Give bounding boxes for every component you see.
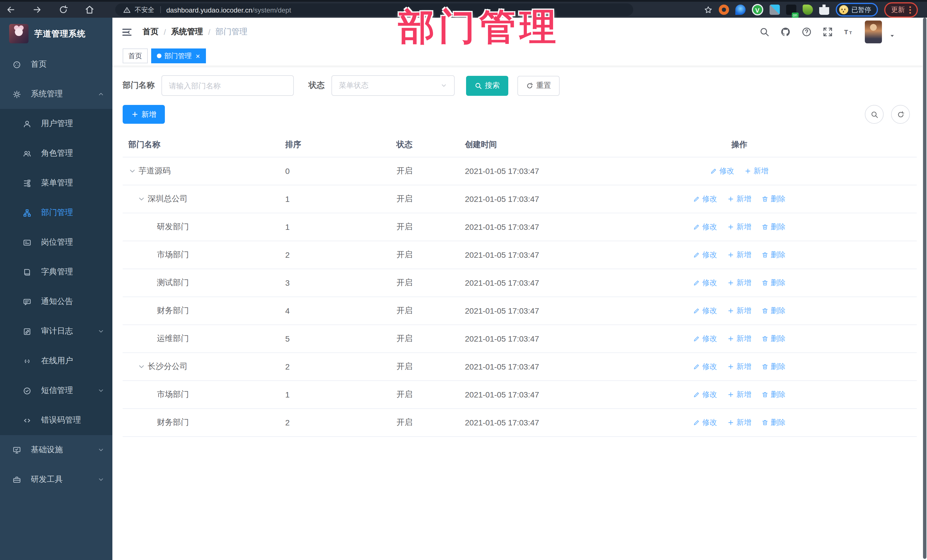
reset-button[interactable]: 重置 [517, 76, 559, 96]
reload-icon[interactable] [58, 5, 68, 15]
sidebar-item-gear[interactable]: 系统管理 [0, 79, 112, 109]
edit-icon [693, 307, 700, 314]
extension-switch-icon[interactable] [786, 5, 796, 15]
row-action-delete[interactable]: 删除 [761, 278, 786, 288]
row-action-edit[interactable]: 修改 [693, 250, 717, 260]
sidebar-item-sms[interactable]: 短信管理 [0, 376, 112, 405]
sidebar-item-audit-log[interactable]: 审计日志 [0, 317, 112, 346]
table-row: 测试部门3开启2021-01-05 17:03:47修改新增删除 [123, 269, 917, 297]
sidebar-item-announcement[interactable]: 通知公告 [0, 287, 112, 317]
extension-grid-icon[interactable] [769, 5, 780, 15]
row-action-edit[interactable]: 修改 [710, 166, 734, 176]
row-action-edit[interactable]: 修改 [693, 222, 717, 232]
row-action-edit[interactable]: 修改 [693, 334, 717, 344]
refresh-button[interactable] [891, 105, 910, 124]
app-logo-row[interactable]: 芋道管理系统 [0, 18, 112, 50]
actions-cell: 修改新增 [562, 166, 917, 176]
row-action-edit[interactable]: 修改 [693, 361, 717, 372]
github-icon[interactable] [780, 27, 791, 37]
row-action-add[interactable]: 新增 [727, 361, 751, 372]
tab-首页[interactable]: 首页 [123, 49, 148, 63]
sidebar-item-menu-tree[interactable]: 菜单管理 [0, 168, 112, 198]
row-action-add[interactable]: 新增 [727, 250, 751, 260]
dept-table: 部门名称排序状态创建时间操作 芋道源码0开启2021-01-05 17:03:4… [123, 133, 917, 437]
search-icon[interactable] [759, 27, 769, 37]
add-button[interactable]: 新增 [123, 105, 165, 124]
plus-icon [727, 391, 734, 398]
dept-name-cell: 运维部门 [123, 334, 268, 344]
row-action-delete[interactable]: 删除 [761, 334, 786, 344]
dept-name-input[interactable] [161, 75, 294, 96]
extension-drop-icon[interactable] [735, 5, 745, 15]
sort-cell: 5 [268, 334, 377, 343]
profile-paused-pill[interactable]: 已暂停 [836, 3, 878, 17]
row-action-delete[interactable]: 删除 [761, 361, 786, 372]
sidebar-item-dashboard[interactable]: 首页 [0, 50, 112, 79]
extension-key-icon[interactable] [802, 5, 813, 15]
caret-down-icon[interactable] [889, 33, 895, 39]
tree-collapse-icon[interactable] [137, 195, 146, 203]
row-action-add[interactable]: 新增 [727, 334, 751, 344]
breadcrumb-separator: / [164, 27, 166, 36]
tree-collapse-icon[interactable] [128, 167, 136, 175]
breadcrumb-separator: / [208, 27, 211, 36]
sidebar-item-dictionary[interactable]: 字典管理 [0, 257, 112, 287]
status-cell: 开启 [377, 222, 451, 232]
row-action-add[interactable]: 新增 [727, 194, 751, 204]
row-action-delete[interactable]: 删除 [761, 390, 786, 400]
row-action-add[interactable]: 新增 [727, 417, 751, 428]
sidebar-item-id-card[interactable]: 岗位管理 [0, 228, 112, 257]
row-action-add[interactable]: 新增 [727, 222, 751, 232]
search-button[interactable]: 搜索 [466, 76, 508, 96]
row-action-edit[interactable]: 修改 [693, 194, 717, 204]
browser-update-button[interactable]: 更新 [884, 2, 918, 17]
extension-v-icon[interactable]: V [752, 4, 763, 15]
status-select[interactable]: 菜单状态 [331, 75, 454, 96]
row-action-add[interactable]: 新增 [727, 306, 751, 316]
user-avatar[interactable] [865, 21, 882, 43]
scrollbar-thumb[interactable] [923, 18, 926, 559]
tree-collapse-icon[interactable] [137, 363, 146, 371]
row-action-delete[interactable]: 删除 [761, 250, 786, 260]
breadcrumb-item[interactable]: 系统管理 [171, 27, 203, 37]
trash-icon [761, 363, 768, 370]
sidebar-item-code[interactable]: 错误码管理 [0, 405, 112, 435]
browser-menu-icon[interactable] [909, 6, 911, 14]
help-icon[interactable] [801, 27, 812, 37]
search-toggle-button[interactable] [865, 105, 884, 124]
sidebar-item-toolbox[interactable]: 研发工具 [0, 465, 112, 495]
row-action-label: 新增 [737, 306, 751, 316]
home-icon[interactable] [84, 5, 95, 15]
sidebar-item-infrastructure[interactable]: 基础设施 [0, 435, 112, 465]
row-action-add[interactable]: 新增 [727, 390, 751, 400]
row-action-delete[interactable]: 删除 [761, 417, 786, 428]
row-action-delete[interactable]: 删除 [761, 194, 786, 204]
row-action-edit[interactable]: 修改 [693, 278, 717, 288]
sidebar-item-users[interactable]: 角色管理 [0, 138, 112, 168]
sidebar-item-online-user[interactable]: 在线用户 [0, 346, 112, 376]
fullscreen-icon[interactable] [823, 27, 833, 37]
row-action-edit[interactable]: 修改 [693, 390, 717, 400]
sidebar-item-org-chart[interactable]: 部门管理 [0, 198, 112, 228]
bookmark-star-icon[interactable] [704, 5, 712, 14]
hamburger-icon[interactable] [122, 27, 132, 37]
extension-gear-icon[interactable] [719, 5, 729, 15]
breadcrumb-item[interactable]: 首页 [143, 27, 159, 37]
row-action-add[interactable]: 新增 [727, 278, 751, 288]
font-size-icon[interactable]: TT [844, 27, 854, 37]
extensions-puzzle-icon[interactable] [819, 5, 829, 15]
sidebar-item-user[interactable]: 用户管理 [0, 109, 112, 138]
column-title: 部门名称 [128, 140, 160, 150]
forward-icon[interactable] [32, 5, 42, 15]
page-content: 部门名称 状态 菜单状态 搜索 重置 [112, 66, 927, 560]
close-icon[interactable]: × [196, 52, 200, 59]
row-action-delete[interactable]: 删除 [761, 306, 786, 316]
row-action-delete[interactable]: 删除 [761, 222, 786, 232]
row-action-add[interactable]: 新增 [745, 166, 768, 176]
warning-icon [123, 6, 131, 14]
row-action-edit[interactable]: 修改 [693, 417, 717, 428]
row-action-edit[interactable]: 修改 [693, 306, 717, 316]
back-icon[interactable] [6, 5, 16, 15]
table-row: 研发部门1开启2021-01-05 17:03:47修改新增删除 [123, 213, 917, 241]
tab-部门管理[interactable]: 部门管理× [151, 49, 206, 63]
